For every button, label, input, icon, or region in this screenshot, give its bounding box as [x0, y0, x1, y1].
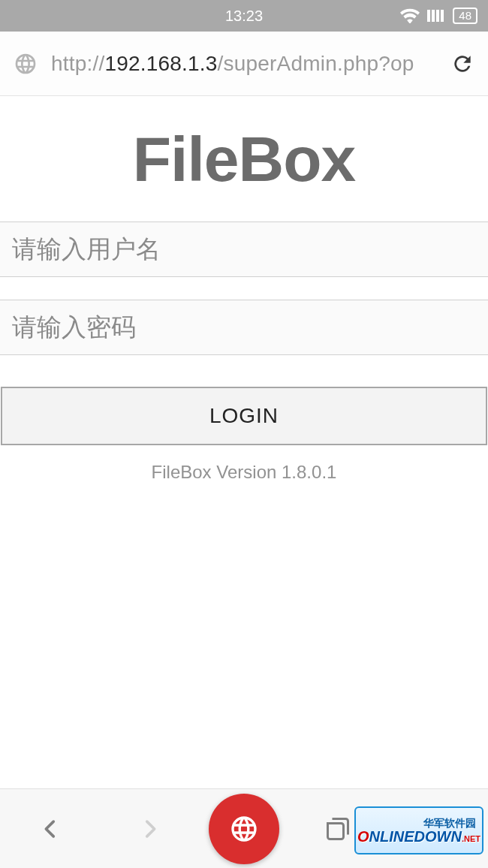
svg-rect-2: [436, 10, 439, 22]
nav-forward-button[interactable]: [109, 789, 191, 868]
login-button[interactable]: LOGIN: [1, 387, 487, 445]
battery-indicator: 48: [453, 8, 477, 24]
url-path: /superAdmin.php?op: [218, 52, 414, 75]
username-input[interactable]: [0, 222, 488, 277]
nav-home-fab[interactable]: [209, 794, 279, 864]
status-bar: 13:23 48: [0, 0, 488, 32]
globe-icon: [14, 52, 38, 76]
password-input[interactable]: [0, 300, 488, 355]
svg-rect-3: [441, 10, 444, 22]
wifi-icon: [400, 8, 420, 23]
status-time: 13:23: [225, 8, 263, 25]
signal-icon: [427, 8, 445, 23]
refresh-icon[interactable]: [450, 52, 474, 76]
version-text: FileBox Version 1.8.0.1: [0, 462, 488, 483]
page-title: FileBox: [0, 123, 488, 196]
url-field[interactable]: http://192.168.1.3/superAdmin.php?op: [51, 52, 437, 76]
svg-rect-1: [432, 10, 435, 22]
watermark-badge: 华军软件园 ONLINEDOWN.NET: [354, 806, 483, 854]
nav-back-button[interactable]: [9, 789, 92, 868]
browser-address-bar: http://192.168.1.3/superAdmin.php?op: [0, 32, 488, 96]
url-host: 192.168.1.3: [104, 52, 217, 75]
status-right: 48: [400, 8, 477, 24]
watermark-text-main: ONLINEDOWN.NET: [357, 829, 480, 844]
svg-rect-0: [427, 10, 430, 22]
url-prefix: http://: [51, 52, 104, 75]
